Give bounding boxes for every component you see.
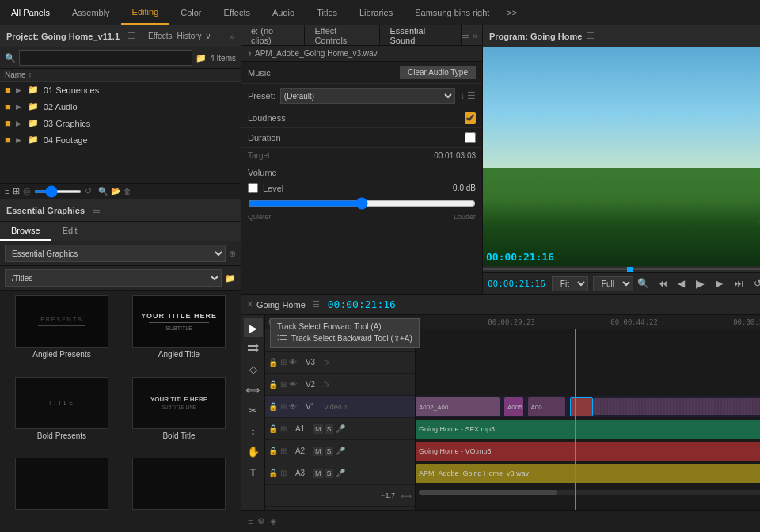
pm-quality-dropdown[interactable]: Full	[593, 276, 633, 291]
tl-list-view-icon[interactable]: ≡	[248, 517, 253, 526]
select-tool-button[interactable]: ▶	[244, 318, 263, 337]
level-checkbox[interactable]	[248, 183, 258, 193]
track-eye-v2[interactable]: 👁	[289, 380, 297, 389]
file-item-02-audio[interactable]: ■ ▶ 📁 02 Audio	[0, 98, 241, 115]
track-lock-a2[interactable]: 🔒	[268, 446, 278, 455]
file-item-03-graphics[interactable]: ■ ▶ 📁 03 Graphics	[0, 115, 241, 131]
pm-play-button[interactable]: ▶	[692, 275, 709, 292]
pm-frame-fwd-button[interactable]: ▶	[711, 275, 728, 292]
duration-checkbox[interactable]	[465, 132, 476, 143]
time-expand-icon[interactable]: ⟺	[401, 492, 412, 500]
track-lock-v3[interactable]: 🔒	[268, 358, 278, 367]
hand-tool-button[interactable]: ✋	[244, 442, 263, 461]
track-sync-v3[interactable]: ⊞	[280, 358, 287, 367]
nav-color[interactable]: Color	[169, 0, 212, 25]
timeline-scrollbar[interactable]	[419, 490, 760, 495]
roll-tool-button[interactable]: ⟺	[244, 380, 263, 399]
eg-item-angled-presents[interactable]: PRESENTS Angled Presents	[5, 295, 119, 374]
ec-tab-noclips[interactable]: e: (no clips)	[241, 25, 305, 45]
zoom-icon[interactable]: ◎	[23, 186, 31, 196]
track-mute-a1[interactable]: M	[314, 424, 323, 434]
list-view-icon[interactable]: ≡	[5, 187, 10, 196]
slip-tool-button[interactable]: ↕	[244, 421, 263, 440]
panel-expand[interactable]: »	[230, 32, 234, 41]
seq-close-icon[interactable]: ✕	[246, 299, 253, 310]
pm-menu-icon[interactable]: ☰	[587, 31, 595, 41]
nav-editing[interactable]: Editing	[121, 0, 170, 25]
track-solo-a2[interactable]: S	[325, 446, 333, 456]
pm-step-fwd-button[interactable]: ⏭	[730, 275, 747, 292]
track-sync-v2[interactable]: ⊞	[280, 380, 287, 389]
eg-item-bold-title[interactable]: YOUR TITLE HERE SUBTITLE LINE Bold Title	[122, 377, 236, 455]
project-search-input[interactable]	[19, 50, 192, 66]
tab-effects[interactable]: Effects	[148, 32, 172, 40]
file-item-04-footage[interactable]: ■ ▶ 📁 04 Footage	[0, 131, 241, 148]
clip-v1-selected[interactable]	[570, 397, 593, 416]
track-sync-a2[interactable]: ⊞	[280, 446, 287, 455]
nav-more[interactable]: >>	[500, 8, 523, 17]
clip-v1-a005[interactable]: A005	[504, 397, 523, 416]
zoom-refresh-icon[interactable]: ↺	[85, 186, 92, 196]
track-mic-a2[interactable]: 🎤	[336, 446, 345, 455]
clip-a2-vo[interactable]: Going Home - VO.mp3	[416, 442, 760, 461]
file-item-01-sequences[interactable]: ■ ▶ 📁 01 Sequences	[0, 82, 241, 98]
grid-view-icon[interactable]: ⊞	[13, 186, 20, 196]
project-menu-icon[interactable]: ☰	[127, 31, 135, 41]
preset-menu-icon[interactable]: ☰	[467, 90, 476, 101]
nav-libraries[interactable]: Libraries	[348, 0, 404, 25]
track-fx-v3[interactable]: fx	[324, 358, 330, 367]
pm-ctrl-search-icon[interactable]: 🔍	[635, 275, 652, 292]
clip-a1-sfx[interactable]: Going Home - SFX.mp3	[416, 420, 760, 439]
eg-source-dropdown[interactable]: Essential Graphics	[5, 245, 226, 262]
eg-folder-icon[interactable]: 📁	[225, 273, 236, 283]
pm-frame-back-button[interactable]: ◀	[673, 275, 690, 292]
track-lock-v2[interactable]: 🔒	[268, 380, 278, 389]
track-solo-a3[interactable]: S	[325, 469, 333, 478]
tl-settings-icon[interactable]: ⚙	[257, 516, 265, 526]
clip-a3-apm[interactable]: APM_Adobe_Going Home_v3.wav	[416, 464, 760, 483]
seq-menu-icon[interactable]: ☰	[312, 299, 320, 310]
nav-samsung[interactable]: Samsung bins right	[404, 0, 500, 25]
eg-item-5[interactable]	[5, 458, 119, 527]
ec-tab-effect-controls[interactable]: Effect Controls	[305, 25, 380, 45]
pm-loop-button[interactable]: ↺	[749, 275, 760, 292]
ec-tab-essential-sound[interactable]: Essential Sound	[380, 25, 461, 45]
chevron-04[interactable]: ▶	[16, 136, 21, 144]
clip-v1-a002[interactable]: A002_A00	[416, 397, 500, 416]
zoom-slider[interactable]	[34, 190, 82, 193]
eg-item-bold-presents[interactable]: TITLE Bold Presents	[5, 377, 119, 455]
track-lock-v1[interactable]: 🔒	[268, 402, 278, 411]
eg-tab-edit[interactable]: Edit	[51, 222, 89, 241]
track-mic-a1[interactable]: 🎤	[336, 424, 345, 433]
folder-icon[interactable]: 📁	[196, 53, 207, 63]
chevron-02[interactable]: ▶	[16, 103, 21, 111]
nav-audio[interactable]: Audio	[261, 0, 306, 25]
nav-effects[interactable]: Effects	[213, 0, 261, 25]
tab-nu[interactable]: ν	[207, 32, 211, 40]
volume-slider[interactable]	[248, 197, 476, 210]
preset-dropdown[interactable]: (Default)	[280, 88, 455, 104]
nav-titles[interactable]: Titles	[306, 0, 348, 25]
chevron-01[interactable]: ▶	[16, 86, 21, 94]
track-solo-a1[interactable]: S	[325, 424, 333, 434]
loudness-checkbox[interactable]	[465, 112, 476, 124]
track-mute-a2[interactable]: M	[314, 446, 323, 456]
eg-tab-browse[interactable]: Browse	[0, 222, 51, 241]
pm-step-back-button[interactable]: ⏮	[654, 275, 671, 292]
track-fx-v2[interactable]: fx	[324, 380, 330, 389]
track-mute-a3[interactable]: M	[314, 469, 323, 478]
ec-panel-menu[interactable]: ☰ »	[462, 25, 482, 45]
track-lock-a1[interactable]: 🔒	[268, 424, 278, 433]
track-lock-a3[interactable]: 🔒	[268, 469, 278, 477]
timeline-scrollbar-thumb[interactable]	[419, 490, 557, 495]
eg-menu-icon[interactable]: ☰	[93, 205, 101, 215]
track-mic-a3[interactable]: 🎤	[336, 469, 345, 477]
tab-history[interactable]: History	[177, 32, 201, 40]
track-sync-a3[interactable]: ⊞	[280, 469, 287, 477]
tl-marker-icon[interactable]: ◈	[270, 516, 276, 526]
delete-icon[interactable]: 🗑	[124, 187, 131, 196]
eg-item-angled-title[interactable]: YOUR TITLE HERE SUBTITLE Angled Title	[122, 295, 236, 374]
pm-scrub-bar[interactable]	[483, 266, 760, 272]
seq-tab-label[interactable]: Going Home	[256, 300, 306, 310]
eg-install-icon[interactable]: ⊕	[229, 249, 236, 259]
